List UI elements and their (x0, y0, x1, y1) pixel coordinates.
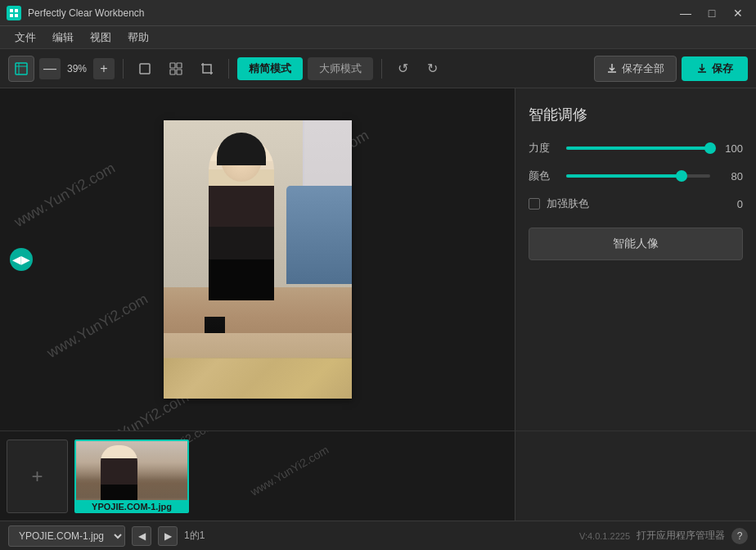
svg-rect-9 (177, 63, 182, 68)
app-manager-button[interactable]: 打开应用程序管理器 (637, 529, 725, 543)
skin-enhance-value: 0 (737, 198, 743, 210)
skin-enhance-checkbox[interactable] (529, 198, 540, 210)
thumbnail-label: YPOJIE.COM-1.jpg (76, 500, 187, 513)
color-label: 颜色 (529, 169, 558, 183)
svg-rect-10 (170, 70, 175, 74)
bottom-bar: YPOJIE.COM-1.jpg ◀ ▶ 1的1 V:4.0.1.2225 打开… (0, 521, 756, 550)
app-title: Perfectly Clear Workbench (28, 7, 674, 19)
help-button[interactable]: ? (731, 528, 748, 544)
svg-rect-0 (10, 9, 13, 12)
grid-view-button[interactable] (163, 56, 189, 82)
strength-slider-row: 力度 100 (529, 141, 743, 156)
color-slider[interactable] (566, 174, 710, 178)
toolbar: — 39% + 精简模式 大师模式 ↺ ↻ 保存全部 (0, 49, 756, 88)
fit-view-button[interactable] (132, 56, 158, 82)
strength-value: 100 (718, 142, 743, 155)
portrait-button[interactable]: 智能人像 (529, 228, 743, 260)
photo-image (164, 120, 352, 399)
save-all-button[interactable]: 保存全部 (594, 56, 677, 82)
prev-button[interactable]: ◀ (132, 526, 151, 546)
app-icon (7, 6, 21, 20)
svg-rect-11 (177, 70, 182, 74)
svg-rect-1 (15, 9, 18, 12)
filename-select[interactable]: YPOJIE.COM-1.jpg (8, 525, 125, 547)
color-value: 80 (718, 170, 743, 183)
thumbnail-item[interactable]: YPOJIE.COM-1.jpg (74, 440, 189, 513)
image-view[interactable]: www.YunYi2.com www.YunYi2.com www.YunYi2… (0, 88, 515, 431)
maximize-button[interactable]: □ (700, 5, 723, 21)
divider-2 (228, 59, 229, 79)
lower-section: www.YunYi2.com www.YunYi2.com + YPOJIE.C… (0, 431, 756, 521)
zoom-out-button[interactable]: — (39, 58, 61, 79)
title-bar: Perfectly Clear Workbench — □ ✕ (0, 0, 756, 26)
main-content: www.YunYi2.com www.YunYi2.com www.YunYi2… (0, 88, 756, 431)
menu-edit[interactable]: 编辑 (44, 29, 82, 47)
close-button[interactable]: ✕ (727, 5, 749, 21)
page-info: 1的1 (184, 529, 205, 543)
master-mode-button[interactable]: 大师模式 (308, 57, 373, 80)
watermark: www.YunYi2.com (11, 160, 118, 231)
svg-rect-4 (16, 63, 27, 74)
photo-container (164, 120, 352, 399)
skin-enhance-row: 加强肤色 0 (529, 196, 743, 211)
right-panel-lower (515, 431, 756, 521)
menu-help[interactable]: 帮助 (119, 29, 157, 47)
zoom-group: — 39% + (39, 58, 115, 79)
svg-rect-7 (140, 64, 150, 74)
watermark-thumb2: www.YunYi2.com (248, 443, 331, 498)
crop-button[interactable] (194, 56, 220, 82)
redo-button[interactable]: ↻ (420, 56, 444, 81)
svg-rect-3 (15, 14, 18, 17)
menu-file[interactable]: 文件 (7, 29, 44, 47)
add-image-button[interactable]: + (7, 440, 68, 513)
undo-button[interactable]: ↺ (390, 56, 415, 81)
save-button[interactable]: 保存 (682, 56, 748, 81)
simple-mode-button[interactable]: 精简模式 (237, 57, 303, 80)
skin-enhance-label: 加强肤色 (547, 196, 731, 211)
minimize-button[interactable]: — (674, 5, 697, 21)
strength-slider[interactable] (566, 147, 710, 150)
zoom-in-button[interactable]: + (93, 58, 115, 79)
select-tool-button[interactable] (8, 56, 34, 82)
prev-image-button[interactable]: ◀▶ (10, 248, 33, 271)
next-button[interactable]: ▶ (158, 526, 178, 546)
watermark: www.YunYi2.com (44, 291, 151, 362)
window-controls: — □ ✕ (674, 5, 749, 21)
divider-3 (381, 59, 382, 79)
save-label: 保存 (712, 61, 733, 76)
thumbnail-strip: www.YunYi2.com www.YunYi2.com + YPOJIE.C… (0, 431, 515, 521)
menu-bar: 文件 编辑 视图 帮助 (0, 26, 756, 49)
strength-label: 力度 (529, 141, 558, 156)
color-slider-row: 颜色 80 (529, 169, 743, 183)
menu-view[interactable]: 视图 (82, 29, 119, 47)
right-panel: 智能调修 力度 100 颜色 80 加强肤色 0 (515, 88, 756, 431)
version-info: V:4.0.1.2225 (579, 531, 630, 541)
save-all-label: 保存全部 (622, 61, 664, 76)
panel-title: 智能调修 (529, 105, 743, 124)
divider-1 (123, 59, 124, 79)
add-icon: + (31, 465, 43, 488)
svg-rect-2 (10, 14, 13, 17)
zoom-value: 39% (62, 63, 92, 74)
svg-rect-8 (170, 63, 175, 68)
